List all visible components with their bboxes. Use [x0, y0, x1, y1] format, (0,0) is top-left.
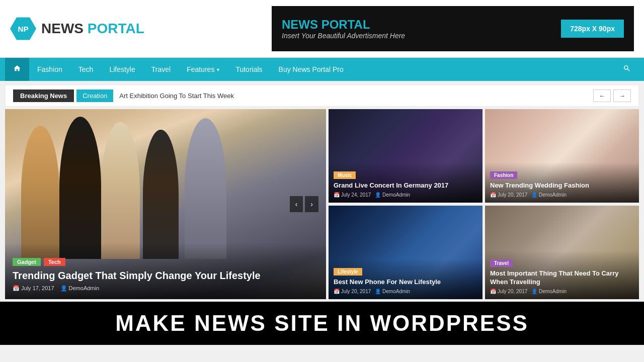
- home-icon: [13, 64, 21, 72]
- breaking-text: Art Exhibition Going To Start This Week: [119, 92, 593, 100]
- featured-tags: Gadget Tech: [13, 258, 318, 266]
- breaking-label: Breaking News: [13, 89, 74, 102]
- nav-item-features[interactable]: Features ▾: [179, 59, 227, 80]
- bottom-banner: MAKE NEWS SITE IN WORDPRESS: [0, 302, 644, 345]
- card-travel[interactable]: Travel Most Important Thing That Need To…: [485, 206, 639, 299]
- card-music-overlay: Music Grand Live Concert In Germany 2017…: [329, 162, 482, 203]
- card-fashion-title: New Trending Wedding Fashion: [490, 182, 634, 190]
- featured-overlay: Gadget Tech Trending Gadget That Simply …: [5, 243, 326, 299]
- tag-fashion[interactable]: Fashion: [490, 171, 517, 179]
- featured-meta: 📅 July 17, 2017 👤 DemoAdmin: [13, 285, 318, 292]
- card-fashion[interactable]: Fashion New Trending Wedding Fashion 📅 J…: [485, 109, 639, 203]
- nav-item-lifestyle[interactable]: Lifestyle: [101, 59, 143, 80]
- nav-item-fashion[interactable]: Fashion: [29, 59, 70, 80]
- tag-travel[interactable]: Travel: [490, 259, 513, 267]
- logo-area: NP NEWS PORTAL: [10, 16, 144, 42]
- featured-article[interactable]: Gadget Tech Trending Gadget That Simply …: [5, 109, 326, 299]
- ad-size-button[interactable]: 728px X 90px: [561, 20, 624, 38]
- ad-title: NEWS PORTAL: [282, 18, 405, 32]
- slider-controls: ‹ ›: [290, 196, 318, 212]
- card-travel-title: Most Important Thing That Need To Carry …: [490, 269, 634, 287]
- card-lifestyle-meta: 📅 July 20, 2017 👤 DemoAdmin: [334, 289, 477, 294]
- card-travel-overlay: Travel Most Important Thing That Need To…: [485, 250, 639, 299]
- logo-hex[interactable]: NP: [10, 16, 36, 42]
- next-arrow-button[interactable]: →: [613, 89, 631, 102]
- tag-tech[interactable]: Tech: [44, 258, 65, 266]
- search-icon: [623, 64, 631, 72]
- featured-author: 👤 DemoAdmin: [60, 285, 100, 292]
- featured-title: Trending Gadget That Simply Change Your …: [13, 270, 318, 282]
- ad-content: NEWS PORTAL Insert Your Beautiful Advert…: [282, 18, 405, 40]
- search-button[interactable]: [615, 58, 639, 81]
- slider-prev-button[interactable]: ‹: [290, 196, 303, 212]
- main-nav: Fashion Tech Lifestyle Travel Features ▾…: [0, 58, 644, 81]
- breaking-arrows: ← →: [593, 89, 631, 102]
- card-music-meta: 📅 July 24, 2017 👤 DemoAdmin: [334, 192, 477, 198]
- ad-subtitle: Insert Your Beautiful Advertisment Here: [282, 32, 405, 40]
- card-fashion-overlay: Fashion New Trending Wedding Fashion 📅 J…: [485, 162, 639, 203]
- tag-music[interactable]: Music: [334, 171, 356, 179]
- side-grid: Music Grand Live Concert In Germany 2017…: [329, 109, 639, 299]
- breaking-category[interactable]: Creation: [76, 89, 113, 102]
- nav-home[interactable]: [5, 58, 29, 81]
- card-music[interactable]: Music Grand Live Concert In Germany 2017…: [329, 109, 482, 203]
- chevron-down-icon: ▾: [217, 67, 219, 72]
- card-travel-meta: 📅 July 20, 2017 👤 DemoAdmin: [490, 289, 634, 294]
- card-lifestyle-overlay: Lifestyle Best New Phone For New Lifesty…: [329, 259, 482, 299]
- card-fashion-meta: 📅 July 20, 2017 👤 DemoAdmin: [490, 192, 634, 198]
- card-lifestyle[interactable]: Lifestyle Best New Phone For New Lifesty…: [329, 206, 482, 299]
- main-content: Gadget Tech Trending Gadget That Simply …: [0, 109, 644, 302]
- tag-gadget[interactable]: Gadget: [13, 258, 41, 266]
- featured-date: 📅 July 17, 2017: [13, 285, 54, 292]
- nav-item-tutorials[interactable]: Tutorials: [227, 59, 270, 80]
- nav-item-travel[interactable]: Travel: [143, 59, 179, 80]
- nav-item-buy[interactable]: Buy News Portal Pro: [271, 59, 352, 80]
- tag-lifestyle[interactable]: Lifestyle: [334, 268, 362, 276]
- nav-item-tech[interactable]: Tech: [70, 59, 102, 80]
- card-music-title: Grand Live Concert In Germany 2017: [334, 182, 477, 190]
- logo-text: NEWS PORTAL: [41, 21, 144, 37]
- slider-next-button[interactable]: ›: [305, 196, 318, 212]
- header: NP NEWS PORTAL NEWS PORTAL Insert Your B…: [0, 0, 644, 58]
- breaking-news-bar: Breaking News Creation Art Exhibition Go…: [5, 85, 639, 107]
- card-lifestyle-title: Best New Phone For New Lifestyle: [334, 278, 477, 287]
- ad-banner: NEWS PORTAL Insert Your Beautiful Advert…: [272, 6, 634, 51]
- prev-arrow-button[interactable]: ←: [593, 89, 611, 102]
